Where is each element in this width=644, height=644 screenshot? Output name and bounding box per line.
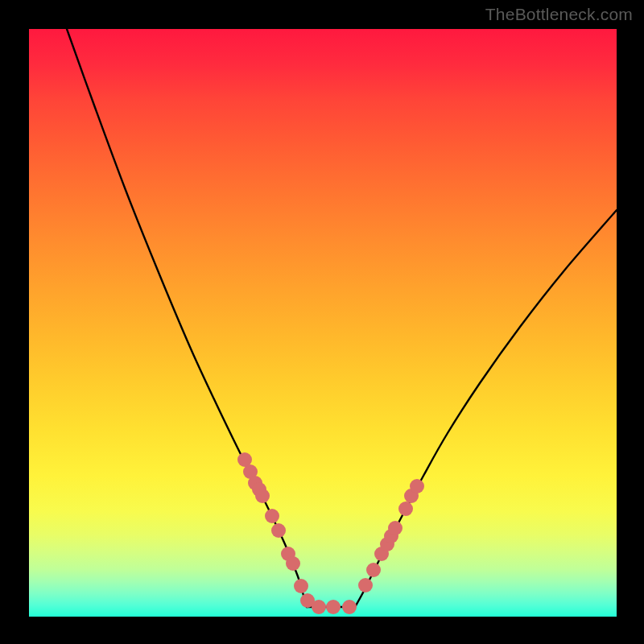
data-point <box>366 563 381 577</box>
data-point <box>410 479 424 493</box>
frame: TheBottleneck.com <box>0 0 644 644</box>
data-point <box>255 489 270 503</box>
chart-svg <box>29 29 617 617</box>
data-point <box>271 523 286 538</box>
watermark-text: TheBottleneck.com <box>485 5 633 24</box>
plot-area <box>29 29 617 617</box>
data-point <box>312 600 326 614</box>
data-point <box>294 579 308 593</box>
data-point <box>326 600 341 614</box>
curve-right-curve <box>355 210 617 607</box>
data-point <box>388 521 402 535</box>
data-point <box>286 556 300 571</box>
data-point <box>398 502 413 516</box>
data-point <box>265 509 279 523</box>
data-point <box>358 578 373 592</box>
data-point <box>342 600 357 614</box>
